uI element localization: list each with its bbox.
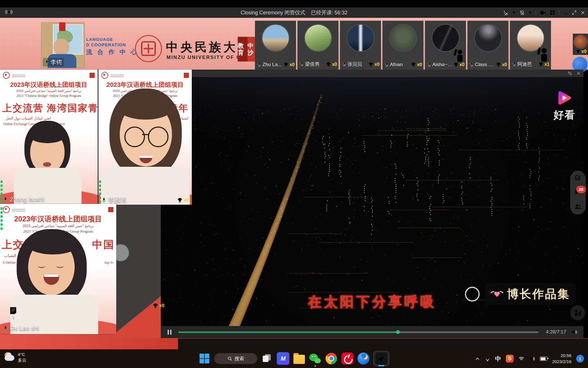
start-button[interactable] xyxy=(198,352,211,365)
slide-logo-icon xyxy=(3,72,10,79)
participant-tile[interactable]: 张贝贝 x0 xyxy=(340,21,381,70)
player-controls: 4:26/7:17 xyxy=(161,326,583,338)
grid-view-icon[interactable] xyxy=(550,10,555,15)
mic-muted-icon[interactable] xyxy=(503,10,508,16)
hidden-window-trophy: x0 xyxy=(153,303,165,308)
player-close-icon[interactable] xyxy=(577,71,581,75)
annotate-button[interactable] xyxy=(575,174,581,182)
trophy-icon xyxy=(576,49,580,53)
classin-app-icon[interactable] xyxy=(373,351,389,366)
participant-tile[interactable]: 梁倍男 x0 xyxy=(297,21,339,70)
teacher-video-window[interactable]: 2023年汉语桥线上团组项目 برنامج "جسر اللغة الصينية… xyxy=(0,204,116,334)
player-titlebar[interactable]: mp4 xyxy=(161,70,583,77)
file-explorer-icon[interactable] xyxy=(293,352,305,365)
avatar xyxy=(262,25,289,51)
wechat-icon[interactable] xyxy=(309,352,322,365)
host-video-tile[interactable]: 李锷 xyxy=(41,22,84,68)
webcam-off-icon[interactable] xyxy=(519,10,525,16)
participant-tile-partial[interactable]: x0 xyxy=(573,34,588,55)
trophy-count: x0 xyxy=(502,62,507,67)
pause-button[interactable] xyxy=(168,330,171,335)
avatar xyxy=(574,35,587,48)
system-tray: 中 S 20:56 2023/2/16 1 xyxy=(475,349,584,368)
participant-tile[interactable]: Afnan x0 xyxy=(382,21,423,70)
taskbar-search[interactable]: 搜索 xyxy=(214,353,257,364)
people-icon xyxy=(575,203,581,210)
mic-dropdown-caret-icon[interactable] xyxy=(512,12,515,14)
windows-logo-icon xyxy=(200,354,209,363)
close-icon[interactable] xyxy=(581,10,585,15)
weather-widget[interactable]: 4°C 多云 xyxy=(4,352,26,363)
wifi-icon[interactable] xyxy=(519,356,524,362)
trophy-count: x0 xyxy=(332,62,337,67)
trophy-count: x0 xyxy=(374,62,380,67)
ime-indicator[interactable]: 中 xyxy=(495,355,501,363)
leaderboard-button[interactable] xyxy=(570,305,585,320)
teacher-name-label: Zhang laoshi xyxy=(3,196,44,203)
volume-icon[interactable] xyxy=(571,329,577,335)
participant-strip: Zhu La... x0 梁倍男 x0 张贝贝 x0 xyxy=(255,21,551,70)
teacher-video-window[interactable]: 2023年汉语桥线上团组项目 برنامج "جسر اللغة الصينية… xyxy=(0,70,98,205)
webcam-dropdown-caret-icon[interactable] xyxy=(529,12,532,14)
battery-icon[interactable] xyxy=(540,356,547,361)
active-app-indicator xyxy=(378,365,384,366)
participant-tile[interactable]: Zhu La... x0 xyxy=(255,21,296,70)
participant-name: Afnan xyxy=(390,62,410,68)
restore-icon[interactable] xyxy=(572,10,577,15)
notification-badge[interactable]: 1 xyxy=(576,355,584,363)
swallow-icon xyxy=(377,354,386,363)
progress-bar[interactable] xyxy=(178,331,538,333)
class-timer: 已经开课: 56:32 xyxy=(311,10,347,16)
leaderboard-icon xyxy=(574,309,581,317)
mic-muted-icon xyxy=(427,63,431,67)
flag-decoration xyxy=(59,22,65,31)
participant-name: 梁倍男 xyxy=(305,61,325,68)
progress-knob[interactable] xyxy=(396,330,400,334)
trophy-count: x0 xyxy=(417,62,422,67)
netease-music-icon[interactable] xyxy=(341,352,354,365)
participant-name: Zhu La... xyxy=(262,62,283,68)
clock[interactable]: 20:56 2023/2/16 xyxy=(552,353,571,365)
app-titlebar[interactable]: Closing Ceremony 闭营仪式已经开课: 56:32 xyxy=(0,7,588,18)
class-title: Closing Ceremony 闭营仪式已经开课: 56:32 xyxy=(0,9,588,16)
participants-button[interactable] xyxy=(575,203,581,211)
trophy-icon xyxy=(284,62,288,67)
tray-volume-icon[interactable] xyxy=(529,356,535,362)
mic-muted-icon xyxy=(257,63,261,67)
teacher-name-label: Gu Lao shi xyxy=(3,325,39,332)
video-content[interactable]: 好看 博长作品集 在太阳下分享呼吸 xyxy=(161,77,583,326)
note-icon[interactable]: 1 xyxy=(10,307,17,319)
clec-logo-text: LANGUAGE D COOPERATION 流 合 作 中 心 xyxy=(86,37,138,56)
weather-condition: 多云 xyxy=(18,357,26,363)
avatar xyxy=(475,25,501,51)
participant-name: Aisha~ ... xyxy=(432,62,452,68)
mic-on-icon xyxy=(101,198,107,203)
haokan-play-icon xyxy=(556,90,572,106)
chat-unread-badge: 28 xyxy=(576,186,586,193)
chrome-icon[interactable] xyxy=(325,352,338,365)
hidden-icons-chevron[interactable] xyxy=(475,356,480,361)
swirl-app-icon[interactable] xyxy=(357,352,370,365)
slide-seal-icon xyxy=(108,207,113,212)
classin-app-window: LANGUAGE D COOPERATION 流 合 作 中 心 中央民族大学 … xyxy=(0,0,588,368)
trophy-icon xyxy=(177,198,182,203)
weather-icon xyxy=(4,352,16,363)
compose-icon xyxy=(575,174,581,181)
teacher-video-window[interactable]: 2023年汉语桥线上团组项目 برنامج "جسر اللغة الصينية… xyxy=(98,70,192,205)
participant-tile[interactable]: Class 6... x0 xyxy=(467,21,508,70)
m-app-icon[interactable]: M xyxy=(277,352,289,365)
slide-logo-icon xyxy=(101,72,108,79)
participant-name: 张贝贝 xyxy=(347,61,368,68)
volume-level-indicator xyxy=(99,179,101,203)
participant-tile[interactable]: 阿迪芭 x1 xyxy=(510,21,551,70)
task-view-button[interactable] xyxy=(261,352,273,365)
avatar xyxy=(390,25,416,51)
participant-tile[interactable]: Aisha~ ... x0 xyxy=(425,21,466,70)
slide-seal-icon xyxy=(90,73,95,78)
video-camera-icon[interactable] xyxy=(540,10,546,16)
minimize-icon[interactable] xyxy=(563,10,568,15)
sogou-input-icon[interactable]: S xyxy=(506,355,514,363)
chat-button[interactable]: 28 xyxy=(575,189,581,197)
tray-mic-icon[interactable] xyxy=(485,356,490,361)
player-maximize-icon[interactable] xyxy=(568,71,572,75)
